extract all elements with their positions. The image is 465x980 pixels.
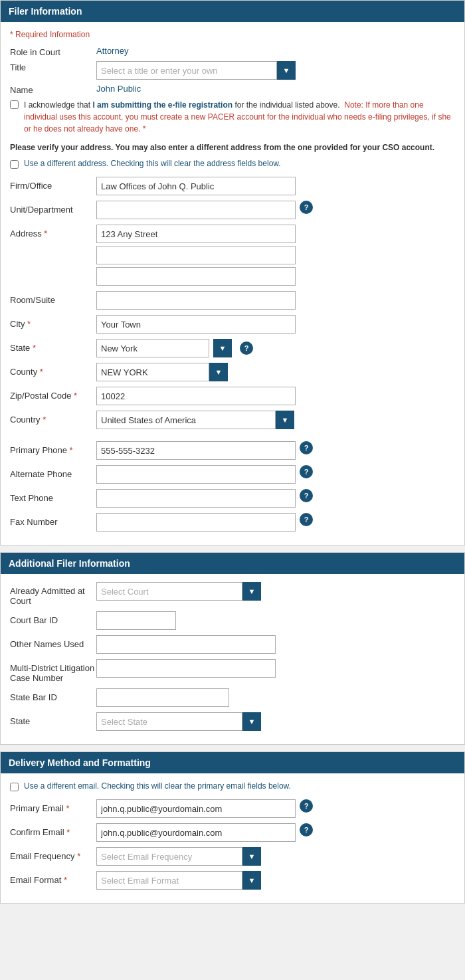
email-format-select-wrapper: [96, 871, 261, 890]
court-label: Already Admitted at Court: [10, 582, 96, 606]
diff-email-checkbox[interactable]: [10, 783, 19, 791]
country-label: Country *: [10, 411, 96, 425]
county-label: County *: [10, 363, 96, 377]
state-bar-id-row: State Bar ID: [10, 688, 455, 707]
alt-phone-input[interactable]: [96, 465, 296, 484]
additional-state-input[interactable]: [96, 712, 242, 731]
confirm-email-row: Confirm Email * ?: [10, 823, 455, 842]
mdl-input[interactable]: [96, 659, 276, 678]
primary-phone-help-icon[interactable]: ?: [300, 441, 313, 454]
email-format-input[interactable]: [96, 871, 242, 890]
court-bar-id-input[interactable]: [96, 611, 176, 630]
court-bar-id-label: Court Bar ID: [10, 611, 96, 625]
court-bar-id-row: Court Bar ID: [10, 611, 455, 630]
text-phone-help-icon[interactable]: ?: [300, 489, 313, 502]
city-input[interactable]: [96, 315, 296, 334]
zip-row: Zip/Postal Code *: [10, 387, 455, 405]
alt-phone-label: Alternate Phone: [10, 465, 96, 479]
additional-filer-section: Additional Filer Information Already Adm…: [0, 552, 465, 745]
unit-row: Unit/Department ?: [10, 201, 455, 219]
primary-email-label: Primary Email *: [10, 799, 96, 813]
title-dropdown-btn[interactable]: [277, 61, 296, 80]
mdl-row: Multi-District Litigation Case Number: [10, 659, 455, 683]
diff-email-text: Use a different email. Checking this wil…: [24, 781, 291, 791]
title-input[interactable]: [96, 61, 277, 80]
room-row: Room/Suite: [10, 291, 455, 310]
name-value: John Public: [96, 84, 141, 94]
role-label: Role in Court: [10, 46, 96, 57]
role-value: Attorney: [96, 46, 128, 56]
zip-input[interactable]: [96, 387, 296, 405]
delivery-method-section: Delivery Method and Formatting Use a dif…: [0, 751, 465, 904]
unit-label: Unit/Department: [10, 201, 96, 215]
name-row: Name John Public: [10, 84, 455, 95]
title-select-wrapper: [96, 61, 296, 80]
text-phone-row: Text Phone ?: [10, 489, 455, 508]
filer-information-section: Filer Information * Required Information…: [0, 0, 465, 545]
room-input[interactable]: [96, 291, 296, 310]
state-bar-id-label: State Bar ID: [10, 688, 96, 702]
address2-input[interactable]: [96, 246, 296, 264]
confirm-email-help-icon[interactable]: ?: [300, 823, 313, 836]
acknowledge-checkbox[interactable]: [10, 100, 19, 109]
delivery-method-header: Delivery Method and Formatting: [1, 752, 464, 773]
confirm-email-input[interactable]: [96, 823, 296, 842]
primary-phone-row: Primary Phone * ?: [10, 441, 455, 460]
country-select-wrapper: [96, 411, 294, 429]
additional-state-row: State: [10, 712, 455, 731]
email-freq-dropdown-btn[interactable]: [242, 847, 261, 866]
city-row: City *: [10, 315, 455, 334]
role-row: Role in Court Attorney: [10, 46, 455, 57]
text-phone-input[interactable]: [96, 489, 296, 508]
county-input[interactable]: [96, 363, 209, 381]
email-format-dropdown-btn[interactable]: [242, 871, 261, 890]
additional-state-label: State: [10, 712, 96, 726]
primary-phone-input[interactable]: [96, 441, 296, 460]
other-names-input[interactable]: [96, 635, 276, 654]
court-dropdown-btn[interactable]: [242, 582, 261, 601]
email-format-label: Email Format *: [10, 871, 96, 885]
other-names-label: Other Names Used: [10, 635, 96, 649]
title-label: Title: [10, 61, 96, 72]
address-row: Address *: [10, 225, 455, 286]
unit-help-icon[interactable]: ?: [300, 201, 313, 214]
firm-input[interactable]: [96, 177, 296, 195]
email-freq-row: Email Frequency *: [10, 847, 455, 866]
additional-state-dropdown-btn[interactable]: [242, 712, 261, 731]
state-help-icon[interactable]: ?: [240, 342, 253, 355]
court-select-wrapper: [96, 582, 261, 601]
alt-phone-help-icon[interactable]: ?: [300, 465, 313, 478]
country-input[interactable]: [96, 411, 276, 429]
unit-input[interactable]: [96, 201, 296, 219]
verify-text: Please verify your address. You may also…: [10, 142, 455, 153]
diff-address-row: Use a different address. Checking this w…: [10, 159, 455, 169]
state-bar-id-input[interactable]: [96, 688, 229, 707]
other-names-row: Other Names Used: [10, 635, 455, 654]
primary-email-help-icon[interactable]: ?: [300, 799, 313, 813]
diff-email-row: Use a different email. Checking this wil…: [10, 781, 455, 791]
primary-email-input[interactable]: [96, 799, 296, 818]
email-freq-label: Email Frequency *: [10, 847, 96, 861]
diff-address-checkbox[interactable]: [10, 160, 19, 169]
title-row: Title: [10, 61, 455, 80]
fax-input[interactable]: [96, 513, 296, 532]
county-select-wrapper: [96, 363, 228, 381]
address3-input[interactable]: [96, 267, 296, 286]
filer-information-header: Filer Information: [1, 1, 464, 22]
additional-filer-header: Additional Filer Information: [1, 553, 464, 574]
text-phone-label: Text Phone: [10, 489, 96, 503]
state-dropdown-btn[interactable]: [213, 339, 232, 357]
required-note: * Required Information: [10, 30, 455, 39]
county-dropdown-btn[interactable]: [209, 363, 228, 381]
address-fields: [96, 225, 296, 286]
firm-row: Firm/Office: [10, 177, 455, 195]
state-input[interactable]: [96, 339, 209, 357]
address1-input[interactable]: [96, 225, 296, 243]
acknowledge-row: I acknowledge that I am submitting the e…: [10, 99, 455, 135]
court-row: Already Admitted at Court: [10, 582, 455, 606]
fax-help-icon[interactable]: ?: [300, 513, 313, 526]
email-freq-input[interactable]: [96, 847, 242, 866]
court-input[interactable]: [96, 582, 242, 601]
country-dropdown-btn[interactable]: [276, 411, 294, 429]
country-row: Country *: [10, 411, 455, 429]
